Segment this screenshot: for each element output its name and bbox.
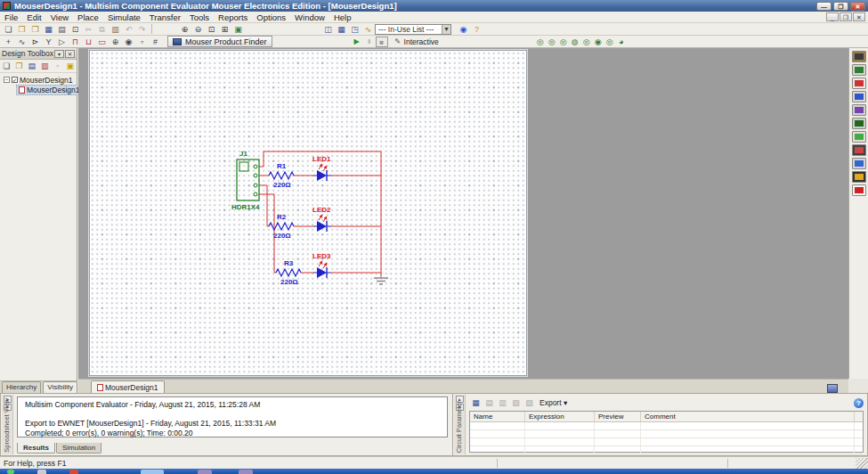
paste-parameter-icon[interactable]: ▧ [510,397,522,408]
taskbar-app[interactable] [239,470,253,474]
column-header-preview[interactable]: Preview [595,412,641,421]
param-table-cell[interactable] [595,430,641,437]
function-generator-icon[interactable] [852,64,866,76]
stop-simulation-button[interactable]: ■ [376,37,388,47]
wire-color-icon[interactable]: ∿ [362,24,374,35]
export-button[interactable]: Export ▾ [539,398,567,407]
param-table-cell[interactable] [641,430,855,437]
tab-hierarchy[interactable]: Hierarchy [2,381,41,393]
menu-tools[interactable]: Tools [185,12,214,22]
copy-icon[interactable]: ⧉ [96,24,108,35]
design-tree-root[interactable]: − ✓ MouserDesign1 [4,75,77,85]
redo-icon[interactable]: ↷ [136,24,148,35]
param-table-cell[interactable] [525,430,595,437]
open-sample-icon[interactable]: ❒ [29,24,41,35]
voltage-and-current-probe-icon[interactable]: ◎ [581,37,592,47]
mouser-product-finder-button[interactable]: Mouser Product Finder [167,36,272,47]
tab-simulation[interactable]: Simulation [56,443,101,454]
place-source-icon[interactable]: + [3,37,14,47]
current-clamp-icon[interactable] [852,184,866,196]
led2[interactable]: LED2 [312,206,331,232]
bode-plotter-icon[interactable] [852,118,866,129]
param-table-cell[interactable] [641,422,855,429]
in-use-list-combo[interactable]: --- In-Use List --- ▼ [375,24,451,35]
oscilloscope-icon[interactable] [852,91,866,102]
cut-icon[interactable]: ✂ [83,24,94,35]
place-mixed-icon[interactable]: ⊕ [110,37,121,47]
paste-icon[interactable]: ▥ [110,24,121,35]
connector-j1[interactable]: J1 HDR1X4 [231,150,260,211]
param-table-cell[interactable] [525,422,595,429]
title-bar[interactable]: MouserDesign1 - Multisim Component Evalu… [0,0,868,12]
parameter-help-icon[interactable]: ? [854,398,864,408]
parameter-table[interactable]: NameExpressionPreviewComment [469,411,864,453]
web-globe-icon[interactable]: ◉ [458,24,469,35]
wattmeter-icon[interactable] [852,78,866,89]
spreadsheet-view-toggle-icon[interactable]: ▦ [336,24,347,35]
power-probe-icon[interactable]: ◎ [558,37,569,47]
design-toolbox-toggle-icon[interactable]: ◫ [322,24,334,35]
dt-options-icon[interactable]: ▣ [65,61,76,71]
column-header-comment[interactable]: Comment [641,412,855,421]
menu-file[interactable]: File [0,12,22,22]
param-table-cell[interactable] [470,438,525,445]
voltage-probe-icon[interactable]: ◎ [535,37,546,47]
run-simulation-button[interactable]: ▶ [351,37,363,47]
print-icon[interactable]: ▤ [56,24,68,35]
tab-results[interactable]: Results [17,443,55,454]
column-header-name[interactable]: Name [470,412,525,421]
copy-parameter-icon[interactable]: ▥ [497,397,508,408]
param-table-cell[interactable] [525,446,595,454]
param-table-cell[interactable] [470,446,525,454]
zoom-fit-icon[interactable]: ⊞ [219,24,231,35]
param-table-cell[interactable] [525,438,595,445]
tab-visibility[interactable]: Visibility [43,381,77,393]
undo-icon[interactable]: ↶ [123,24,134,35]
sort-parameter-icon[interactable]: ▨ [523,397,535,408]
menu-edit[interactable]: Edit [22,12,45,22]
export-dropdown-icon[interactable]: ▾ [564,398,567,407]
place-analog-icon[interactable]: ▷ [56,37,68,47]
differential-voltage-probe-icon[interactable]: ◍ [570,37,580,47]
tree-checkbox-icon[interactable]: ✓ [12,77,18,83]
mdi-restore-button[interactable]: ❐ [840,12,852,21]
param-table-cell[interactable] [595,446,641,454]
mdi-close-button[interactable]: ✕ [853,12,865,21]
word-generator-icon[interactable] [852,144,866,156]
design-toolbox-header[interactable]: Design Toolbox ▾ ✕ [0,48,77,60]
multimeter-icon[interactable] [852,51,866,62]
param-table-cell[interactable] [641,446,855,454]
spice-netlist-toggle-icon[interactable]: ◳ [349,24,361,35]
start-orb[interactable] [7,470,14,474]
save-icon[interactable]: ▦ [43,24,54,35]
dt-open-icon[interactable]: ❐ [13,61,24,71]
resistor-r2[interactable]: R2 220Ω [269,213,294,240]
place-ttl-icon[interactable]: ⊓ [69,37,81,47]
tree-collapse-icon[interactable]: − [4,77,10,83]
mdi-minimize-button[interactable]: _ [826,12,839,21]
param-table-cell[interactable] [641,438,855,445]
design-toolbox-pin-icon[interactable]: ▾ [54,50,64,58]
place-misc-icon[interactable]: ▫ [136,37,148,47]
logic-converter-icon[interactable] [852,171,866,183]
schematic-workspace[interactable]: J1 HDR1X4 R1 220Ω [78,48,848,379]
zoom-in-icon[interactable]: ⊕ [179,24,191,35]
zoom-area-icon[interactable]: ⊡ [206,24,217,35]
menu-simulate[interactable]: Simulate [103,12,145,22]
add-parameter-icon[interactable]: ▦ [470,397,482,408]
design-toolbox-close-icon[interactable]: ✕ [65,50,75,58]
place-misc-digital-icon[interactable]: ▭ [96,37,108,47]
delete-parameter-icon[interactable]: ▤ [483,397,495,408]
place-indicator-icon[interactable]: ◉ [123,37,134,47]
pause-simulation-button[interactable]: ‖ [363,37,376,47]
place-connector-icon[interactable]: # [150,37,161,47]
help-icon[interactable]: ? [471,24,483,35]
circuit-parameter-strip[interactable]: ▲ ▼ Circuit Parameter [454,395,466,454]
resistor-r3[interactable]: R3 220Ω [276,259,301,286]
menu-place[interactable]: Place [73,12,103,22]
probe-settings-icon[interactable]: ◕ [616,37,627,47]
column-header-expression[interactable]: Expression [525,412,595,421]
new-file-icon[interactable]: ❏ [3,24,14,35]
document-tab[interactable]: MouserDesign1 [91,380,165,393]
taskbar-app[interactable] [198,470,212,474]
